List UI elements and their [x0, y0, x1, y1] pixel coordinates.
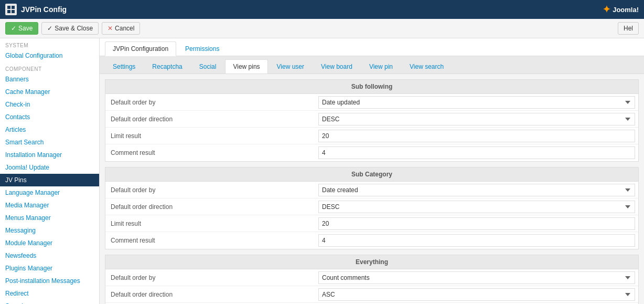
- everything-order-by-select[interactable]: Date updated Date created Count comments…: [318, 271, 635, 284]
- cancel-label: Cancel: [115, 25, 134, 32]
- app-icon: [5, 4, 17, 15]
- following-order-by-control: Date updated Date created Count comments…: [315, 95, 638, 110]
- following-order-by-select[interactable]: Date updated Date created Count comments…: [318, 96, 635, 109]
- field-row-everything-order-by: Default order by Date updated Date creat…: [105, 269, 638, 286]
- view-tabs: Settings Recaptcha Social View pins View…: [100, 56, 644, 74]
- sidebar-item-installation-manager[interactable]: Installation Manager: [0, 149, 99, 161]
- everything-order-by-label: Default order by: [105, 271, 315, 285]
- sidebar-item-check-in[interactable]: Check-in: [0, 98, 99, 111]
- save-label: Save: [18, 25, 33, 32]
- top-bar: JVPin Config ✦ Joomla!: [0, 0, 644, 19]
- tab-jvpin-configuration[interactable]: JVPin Configuration: [105, 41, 176, 56]
- following-limit-result-control: [315, 128, 638, 144]
- sidebar-item-banners[interactable]: Banners: [0, 73, 99, 86]
- sidebar-item-post-installation-messages[interactable]: Post-installation Messages: [0, 275, 99, 287]
- section-sub-following: Sub following Default order by Date upda…: [105, 79, 639, 162]
- svg-rect-1: [12, 6, 15, 9]
- tab-view-board[interactable]: View board: [313, 59, 360, 74]
- joomla-star-icon: ✦: [603, 4, 610, 15]
- sidebar-item-smart-search[interactable]: Smart Search: [0, 136, 99, 149]
- everything-order-direction-label: Default order direction: [105, 288, 315, 301]
- sidebar-item-menus-manager[interactable]: Menus Manager: [0, 212, 99, 224]
- save-close-check-icon: ✓: [47, 25, 52, 32]
- cancel-button[interactable]: ✕ Cancel: [102, 22, 140, 35]
- tab-settings[interactable]: Settings: [105, 59, 143, 74]
- sidebar-item-joomla-update[interactable]: Joomla! Update: [0, 161, 99, 174]
- sidebar-item-search[interactable]: Search: [0, 300, 99, 304]
- field-row-category-order-by: Default order by Date updated Date creat…: [105, 182, 638, 198]
- everything-order-by-control: Date updated Date created Count comments…: [315, 270, 638, 286]
- sidebar-item-redirect[interactable]: Redirect: [0, 287, 99, 300]
- sidebar-item-contacts[interactable]: Contacts: [0, 111, 99, 123]
- help-button[interactable]: Hel: [618, 22, 639, 35]
- sidebar-item-language-manager[interactable]: Language Manager: [0, 186, 99, 199]
- joomla-label: Joomla!: [613, 6, 639, 14]
- field-row-category-order-direction: Default order direction DESC ASC: [105, 198, 638, 215]
- cancel-x-icon: ✕: [108, 25, 113, 32]
- following-limit-result-label: Limit result: [105, 129, 315, 143]
- following-comment-result-control: [315, 145, 638, 161]
- section-sub-category: Sub Category Default order by Date updat…: [105, 167, 639, 249]
- section-sub-category-header: Sub Category: [105, 167, 638, 182]
- sidebar-item-plugins-manager[interactable]: Plugins Manager: [0, 262, 99, 275]
- sidebar-item-newsfeeds[interactable]: Newsfeeds: [0, 249, 99, 262]
- main-layout: SYSTEM Global Configuration COMPONENT Ba…: [0, 38, 644, 304]
- sidebar-item-messaging[interactable]: Messaging: [0, 224, 99, 237]
- tab-view-pin[interactable]: View pin: [361, 59, 401, 74]
- sidebar-item-articles[interactable]: Articles: [0, 123, 99, 136]
- svg-rect-3: [12, 10, 15, 13]
- field-row-following-limit-result: Limit result: [105, 128, 638, 144]
- sidebar-item-jv-pins[interactable]: JV Pins: [0, 174, 99, 186]
- app-title-area: JVPin Config: [5, 4, 67, 15]
- following-order-direction-label: Default order direction: [105, 112, 315, 126]
- category-order-by-label: Default order by: [105, 183, 315, 197]
- following-comment-result-label: Comment result: [105, 146, 315, 160]
- following-comment-result-input[interactable]: [318, 146, 635, 159]
- following-order-direction-control: DESC ASC: [315, 111, 638, 127]
- save-button[interactable]: ✓ Save: [5, 22, 38, 35]
- sidebar-item-media-manager[interactable]: Media Manager: [0, 199, 99, 212]
- field-row-everything-order-direction: Default order direction DESC ASC: [105, 286, 638, 303]
- toolbar: ✓ Save ✓ Save & Close ✕ Cancel Hel: [0, 19, 644, 38]
- category-order-direction-label: Default order direction: [105, 200, 315, 214]
- field-row-following-comment-result: Comment result: [105, 144, 638, 161]
- field-row-category-limit-result: Limit result: [105, 215, 638, 232]
- category-comment-result-input[interactable]: [318, 234, 635, 247]
- save-close-button[interactable]: ✓ Save & Close: [41, 22, 99, 35]
- sidebar-item-cache-manager[interactable]: Cache Manager: [0, 86, 99, 98]
- sidebar-system-label: SYSTEM: [0, 38, 99, 49]
- save-close-label: Save & Close: [55, 25, 93, 32]
- sidebar-item-label: Global Configuration: [5, 52, 62, 59]
- following-limit-result-input[interactable]: [318, 130, 635, 142]
- config-tabs-header: JVPin Configuration Permissions: [100, 38, 644, 56]
- joomla-logo: ✦ Joomla!: [603, 4, 639, 15]
- save-checkmark-icon: ✓: [11, 25, 16, 32]
- tab-view-search[interactable]: View search: [402, 59, 452, 74]
- svg-rect-2: [7, 10, 10, 13]
- sidebar-item-module-manager[interactable]: Module Manager: [0, 237, 99, 249]
- everything-order-direction-control: DESC ASC: [315, 287, 638, 302]
- tab-permissions[interactable]: Permissions: [177, 41, 227, 56]
- tab-recaptcha[interactable]: Recaptcha: [144, 59, 190, 74]
- field-row-following-order-by: Default order by Date updated Date creat…: [105, 94, 638, 111]
- sidebar-item-global-configuration[interactable]: Global Configuration: [0, 49, 99, 62]
- category-order-by-select[interactable]: Date updated Date created Count comments…: [318, 184, 635, 196]
- category-order-direction-select[interactable]: DESC ASC: [318, 201, 635, 213]
- category-limit-result-label: Limit result: [105, 217, 315, 230]
- field-row-following-order-direction: Default order direction DESC ASC: [105, 111, 638, 128]
- category-comment-result-label: Comment result: [105, 234, 315, 247]
- category-order-direction-control: DESC ASC: [315, 199, 638, 215]
- following-order-direction-select[interactable]: DESC ASC: [318, 113, 635, 125]
- help-label: Hel: [624, 25, 633, 32]
- main-content: JVPin Configuration Permissions Settings…: [100, 38, 644, 304]
- category-limit-result-input[interactable]: [318, 217, 635, 230]
- svg-rect-0: [7, 6, 10, 9]
- tab-social[interactable]: Social: [191, 59, 224, 74]
- everything-order-direction-select[interactable]: DESC ASC: [318, 288, 635, 301]
- content-area: Sub following Default order by Date upda…: [100, 74, 644, 304]
- tab-view-pins[interactable]: View pins: [225, 59, 267, 74]
- app-title: JVPin Config: [21, 5, 67, 14]
- category-order-by-control: Date updated Date created Count comments…: [315, 182, 638, 198]
- category-limit-result-control: [315, 216, 638, 232]
- tab-view-user[interactable]: View user: [269, 59, 312, 74]
